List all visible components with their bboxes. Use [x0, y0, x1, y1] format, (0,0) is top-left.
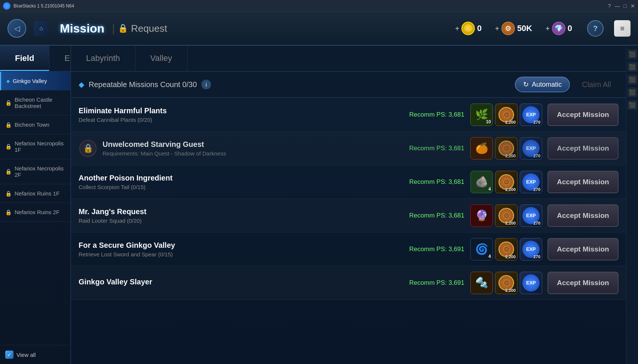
- sidebar-item-nefariox-ruins-2f[interactable]: 🔒 Nefariox Ruins 2F: [0, 203, 70, 222]
- mission-count-label: Repeatable Missions Count 0/30: [89, 80, 197, 89]
- mission-info: For a Secure Ginkgo Valley Retrieve Lost…: [79, 241, 409, 257]
- plant-reward-icon: 🌿 10: [470, 104, 493, 126]
- coin-reward-icon: ⊙ 2,200: [495, 104, 518, 126]
- mission-rewards: 🌀 4 ⊙ 2,200 EXP 270: [470, 238, 542, 260]
- mission-sub: Retrieve Lost Sword and Spear (0/15): [79, 251, 409, 257]
- request-label[interactable]: Request: [131, 23, 167, 34]
- accept-mission-button[interactable]: Accept Mission: [547, 137, 619, 160]
- blue-orb-reward-icon: 🌀 4: [470, 238, 493, 260]
- request-lock-icon: 🔒: [118, 24, 128, 33]
- side-icon-2[interactable]: ⬛: [628, 62, 637, 72]
- mission-ps: Recomm PS: 3,691: [409, 279, 464, 287]
- mission-name: Mr. Jang's Request: [79, 207, 409, 216]
- mission-row-2: 🔒 Unwelcomed Starving Guest Requirements…: [71, 132, 626, 165]
- back-button[interactable]: ◁: [7, 19, 26, 38]
- accept-mission-button[interactable]: Accept Mission: [547, 104, 619, 126]
- mission-ps: Recomm PS: 3,691: [409, 246, 464, 253]
- currency-gold[interactable]: + 🪙 0: [455, 22, 482, 35]
- mission-rewards: 🍊 ⊙ 2,200 EXP 270: [470, 137, 542, 160]
- sidebar-item-nefariox-1f[interactable]: 🔒 Nefariox Necropolis 1F: [0, 134, 70, 159]
- view-all-button[interactable]: ✓ View all: [0, 345, 70, 364]
- mission-rewards: 🪨 4 ⊙ 2,200 EXP 270: [470, 171, 542, 193]
- titlebar-title: BlueStacks 1 5.21001045 N64: [13, 3, 74, 9]
- sidebar-item-bicheon-town[interactable]: 🔒 Bicheon Town: [0, 115, 70, 134]
- gold-coin-icon: 🪙: [461, 22, 475, 35]
- lock-icon-bicheon-town: 🔒: [5, 122, 12, 128]
- active-indicator-icon: ◆: [6, 78, 10, 84]
- mission-ps: Recomm PS: 3,681: [409, 111, 464, 118]
- titlebar-maximize-icon[interactable]: □: [624, 3, 627, 9]
- topbar: ◁ ⌂ Mission | 🔒 Request + 🪙 0 + ⊙ 50K + …: [0, 12, 638, 46]
- exp-reward-icon: EXP 270: [520, 137, 542, 160]
- home-button[interactable]: ⌂: [34, 21, 49, 36]
- exp-reward-icon: EXP 270: [520, 204, 542, 227]
- mission-ps: Recomm PS: 3,681: [409, 178, 464, 186]
- accept-mission-button[interactable]: Accept Mission: [547, 238, 619, 260]
- mission-sub: Collect Scorpion Tail (0/15): [79, 184, 409, 190]
- accept-mission-button[interactable]: Accept Mission: [547, 204, 619, 227]
- titlebar-help-icon[interactable]: ?: [608, 3, 611, 9]
- mission-sub: Defeat Cannibal Plants (0/20): [79, 117, 409, 123]
- purple-value: 0: [568, 24, 572, 33]
- sidebar-item-nefariox-2f[interactable]: 🔒 Nefariox Necropolis 2F: [0, 159, 70, 184]
- view-all-checkbox-icon: ✓: [5, 351, 13, 359]
- sidebar-item-nefariox-ruins-1f[interactable]: 🔒 Nefariox Ruins 1F: [0, 184, 70, 203]
- lock-icon-ruins-2f: 🔒: [5, 209, 12, 215]
- app-logo: [3, 2, 10, 10]
- mission-row-5: For a Secure Ginkgo Valley Retrieve Lost…: [71, 232, 626, 266]
- mission-list: Eliminate Harmful Plants Defeat Cannibal…: [71, 98, 626, 364]
- mission-sub: Raid Looter Squad (0/20): [79, 218, 409, 224]
- copper-coin-icon: ⊙: [501, 22, 515, 35]
- mission-area: ◆ Repeatable Missions Count 0/30 i ↻ Aut…: [71, 72, 626, 364]
- mission-row-1: Eliminate Harmful Plants Defeat Cannibal…: [71, 98, 626, 132]
- side-icon-1[interactable]: ⬛: [628, 49, 637, 59]
- tab-labyrinth[interactable]: Labyrinth: [71, 46, 135, 71]
- red-crystal-reward-icon: 🔮: [470, 204, 493, 227]
- mission-name: Ginkgo Valley Slayer: [79, 278, 409, 286]
- topbar-title: Mission: [60, 22, 104, 36]
- lock-circle-icon: 🔒: [79, 140, 97, 157]
- mission-lock-icon: 🔒: [79, 139, 97, 158]
- tab-elite[interactable]: Elite: [49, 46, 71, 71]
- orange-reward-icon: 🍊: [470, 137, 493, 160]
- exp-reward-icon: EXP 270: [520, 238, 542, 260]
- lock-icon-nefariox-1f: 🔒: [5, 144, 12, 149]
- titlebar-minimize-icon[interactable]: —: [615, 3, 620, 9]
- request-section: | 🔒 Request: [112, 22, 167, 35]
- currency-copper[interactable]: + ⊙ 50K: [495, 22, 532, 35]
- mission-info: Eliminate Harmful Plants Defeat Cannibal…: [79, 107, 409, 123]
- copper-value: 50K: [517, 24, 532, 33]
- titlebar-close-icon[interactable]: ✕: [631, 3, 635, 9]
- mission-info: Mr. Jang's Request Raid Looter Squad (0/…: [79, 207, 409, 224]
- mission-rewards: 🔮 ⊙ 2,200 EXP 270: [470, 204, 542, 227]
- mission-row-3: Another Poison Ingredient Collect Scorpi…: [71, 165, 626, 199]
- tab-field[interactable]: Field: [0, 46, 49, 71]
- mission-ps: Recomm PS: 3,681: [409, 212, 464, 219]
- menu-button[interactable]: ≡: [614, 20, 631, 37]
- side-icon-5[interactable]: ⬛: [628, 100, 637, 110]
- coin-reward-icon: ⊙ 2,200: [495, 137, 518, 160]
- sidebar-item-ginkgo-valley[interactable]: ◆ Ginkgo Valley: [0, 72, 70, 90]
- lock-icon-bicheon-castle: 🔒: [5, 100, 12, 106]
- content-area: Field Elite ◆ Ginkgo Valley 🔒 Bicheon Ca…: [0, 46, 638, 364]
- coin-reward-icon: ⊙ 2,200: [495, 171, 518, 193]
- side-icon-3[interactable]: ⬛: [628, 75, 637, 84]
- mission-info: Unwelcomed Starving Guest Requirements: …: [103, 140, 409, 157]
- tab-valley[interactable]: Valley: [135, 46, 187, 71]
- side-icon-4[interactable]: ⬛: [628, 87, 637, 97]
- titlebar: BlueStacks 1 5.21001045 N64 ? — □ ✕: [0, 0, 638, 12]
- help-button[interactable]: ?: [587, 20, 604, 37]
- currency-purple[interactable]: + 💎 0: [546, 22, 572, 35]
- info-icon[interactable]: i: [201, 80, 211, 89]
- accept-mission-button[interactable]: Accept Mission: [547, 171, 619, 193]
- sidebar-item-bicheon-castle[interactable]: 🔒 Bicheon Castle Backstreet: [0, 90, 70, 115]
- accept-mission-button[interactable]: Accept Mission: [547, 272, 619, 294]
- automatic-button[interactable]: ↻ Automatic: [515, 77, 570, 92]
- claim-all-button[interactable]: Claim All: [574, 77, 619, 92]
- mission-name: Eliminate Harmful Plants: [79, 107, 409, 115]
- mission-info: Another Poison Ingredient Collect Scorpi…: [79, 174, 409, 190]
- exp-reward-icon: EXP: [520, 272, 542, 294]
- tab-bar: Field Elite: [0, 46, 70, 72]
- coin-reward-icon: ⊙ 2,200: [495, 238, 518, 260]
- coin-reward-icon: ⊙ 2,200: [495, 272, 518, 294]
